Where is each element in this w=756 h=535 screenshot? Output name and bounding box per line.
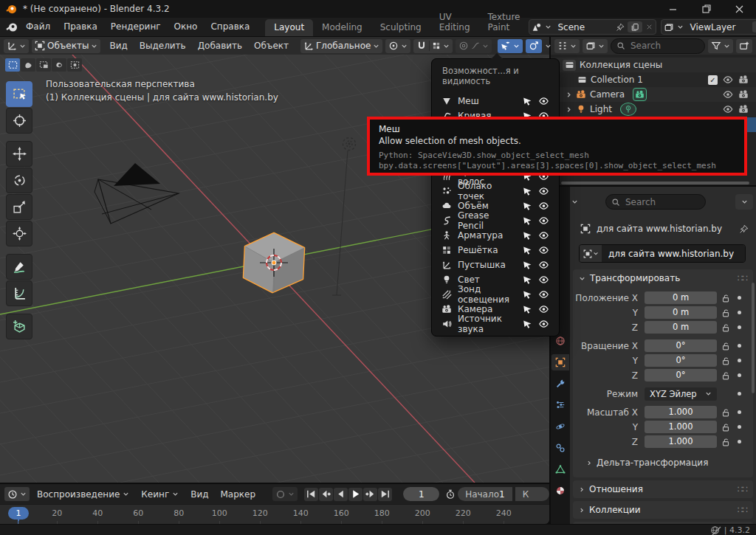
relations-panel[interactable]: Отношения ∷∷ xyxy=(573,480,753,498)
properties-tab-object-data[interactable] xyxy=(551,461,569,477)
popup-item-empty[interactable]: Пустышка xyxy=(432,258,559,272)
workspace-tab-3[interactable]: UV Editing xyxy=(430,9,479,36)
visibility-eye-icon[interactable] xyxy=(538,260,549,270)
properties-scrollbar[interactable] xyxy=(752,283,755,393)
lock-open-icon[interactable] xyxy=(717,437,735,447)
selectable-cursor-icon[interactable] xyxy=(523,96,532,106)
selectable-cursor-icon[interactable] xyxy=(523,275,532,285)
workspace-tab-1[interactable]: Modeling xyxy=(313,19,371,36)
viewport-menu-1[interactable]: Выделить xyxy=(134,41,192,51)
popup-item-pointcloud[interactable]: Облако точек xyxy=(432,184,559,199)
properties-search[interactable] xyxy=(605,194,706,210)
panel-grip[interactable]: ∷∷ xyxy=(738,273,747,283)
animate-dot[interactable] xyxy=(738,373,741,377)
selectable-cursor-icon[interactable] xyxy=(523,186,532,196)
outliner-search[interactable] xyxy=(611,38,705,54)
new-viewlayer-button[interactable] xyxy=(752,21,756,32)
select-mode-subtract[interactable] xyxy=(36,58,51,72)
disable-render-camera-icon[interactable] xyxy=(738,89,749,100)
pin-icon[interactable] xyxy=(616,23,625,32)
popup-item-light-probe[interactable]: Зонд освещения xyxy=(432,287,559,302)
proportional-editing-group[interactable] xyxy=(456,39,492,53)
transform-value-field[interactable]: 0 m xyxy=(645,321,717,334)
selectable-cursor-icon[interactable] xyxy=(523,245,532,255)
collections-panel[interactable]: Коллекции ∷∷ xyxy=(573,501,753,519)
tool-measure[interactable] xyxy=(6,280,32,306)
transform-value-field[interactable]: 0 m xyxy=(645,291,717,304)
disable-render-camera-icon[interactable] xyxy=(738,104,749,114)
transform-orientation-selector[interactable]: Глобальное xyxy=(300,39,382,53)
menubar-item-0[interactable]: Файл xyxy=(19,18,57,36)
hide-eye-icon[interactable] xyxy=(723,75,733,85)
popup-item-lattice[interactable]: Решётка xyxy=(432,243,559,258)
playback-previous-keyframe-button[interactable] xyxy=(319,488,333,501)
properties-tab-physics[interactable] xyxy=(551,418,569,435)
minimize-button[interactable] xyxy=(656,0,690,18)
lock-open-icon[interactable] xyxy=(717,322,735,333)
tool-annotate[interactable] xyxy=(6,254,32,280)
tool-transform[interactable] xyxy=(6,221,32,246)
playback-next-keyframe-button[interactable] xyxy=(363,488,377,501)
scene-selector[interactable]: Scene xyxy=(529,19,656,35)
playback-jump-to-end-button[interactable] xyxy=(378,488,392,501)
viewport-menu-2[interactable]: Добавить xyxy=(192,41,248,51)
transform-panel-header[interactable]: Трансформировать ∷∷ xyxy=(573,269,753,287)
properties-tab-modifiers[interactable] xyxy=(551,376,569,392)
object-name-input[interactable] xyxy=(602,245,745,262)
selectable-cursor-icon[interactable] xyxy=(523,304,532,314)
outliner-horizontal-scrollbar[interactable] xyxy=(561,182,749,184)
transform-value-field[interactable]: 0° xyxy=(645,339,717,352)
maximize-button[interactable] xyxy=(690,0,723,18)
select-mode-extend[interactable] xyxy=(21,58,35,72)
outliner-search-input[interactable] xyxy=(629,40,699,52)
visibility-eye-icon[interactable] xyxy=(538,289,549,300)
select-mode-set[interactable] xyxy=(5,58,20,72)
popup-item-mesh[interactable]: Меш xyxy=(432,94,559,108)
visibility-eye-icon[interactable] xyxy=(538,186,549,196)
lock-open-icon[interactable] xyxy=(717,370,735,381)
editor-type-button[interactable] xyxy=(4,39,29,53)
playback-play-button[interactable] xyxy=(348,488,362,501)
lock-open-icon[interactable] xyxy=(717,341,735,351)
viewport-menu-0[interactable]: Вид xyxy=(103,41,133,51)
selectable-cursor-icon[interactable] xyxy=(523,319,532,329)
editor-type-chevron-icon[interactable] xyxy=(571,199,578,205)
menubar-item-4[interactable]: Справка xyxy=(204,18,256,36)
disable-render-camera-icon[interactable] xyxy=(738,75,749,85)
selectable-cursor-icon[interactable] xyxy=(523,230,532,241)
transform-value-field[interactable]: 0° xyxy=(645,369,717,382)
properties-tab-object[interactable] xyxy=(551,354,569,370)
properties-options-button[interactable] xyxy=(735,194,753,210)
selectable-cursor-icon[interactable] xyxy=(523,215,532,226)
tool-rotate[interactable] xyxy=(6,168,32,193)
current-frame-field[interactable]: 1 xyxy=(403,487,439,501)
timeline-ruler[interactable]: 120406080100120140160180200220240 xyxy=(0,504,549,524)
frame-start-field[interactable]: Начало 1 xyxy=(458,487,512,501)
pivot-point-selector[interactable] xyxy=(385,39,410,53)
timeline-menu-3[interactable]: Маркер xyxy=(215,489,262,500)
tool-cursor[interactable] xyxy=(6,108,32,134)
visibility-eye-icon[interactable] xyxy=(538,230,549,241)
viewlayer-selector[interactable]: ViewLayer xyxy=(661,19,756,35)
animate-dot[interactable] xyxy=(738,425,741,429)
popup-item-grease-pencil[interactable]: Grease Pencil xyxy=(432,213,559,228)
collection-checkbox[interactable]: ✓ xyxy=(708,75,718,85)
outliner-filter-id-type[interactable] xyxy=(583,39,608,53)
visibility-eye-icon[interactable] xyxy=(538,319,549,329)
hide-eye-icon[interactable] xyxy=(723,104,733,114)
timeline-editor-type-button[interactable] xyxy=(4,487,30,501)
transform-value-field[interactable]: 0 m xyxy=(645,306,717,319)
visibility-eye-icon[interactable] xyxy=(538,96,549,106)
workspace-tab-0[interactable]: Layout xyxy=(265,19,313,36)
transform-value-field[interactable]: 0° xyxy=(645,354,717,367)
timeline-menu-0[interactable]: Воспроизведение xyxy=(31,489,135,500)
timeline-menu-2[interactable]: Вид xyxy=(185,489,214,500)
panel-grip[interactable]: ∷∷ xyxy=(738,505,747,515)
outliner-row-light[interactable]: Light xyxy=(551,102,756,117)
animate-dot[interactable] xyxy=(738,359,741,362)
tool-scale[interactable] xyxy=(6,194,32,220)
outliner-row-camera[interactable]: Camera xyxy=(551,87,756,102)
use-preview-range-button[interactable] xyxy=(445,488,456,501)
menubar-item-3[interactable]: Окно xyxy=(168,18,205,36)
viewport-menu-3[interactable]: Объект xyxy=(248,41,295,51)
